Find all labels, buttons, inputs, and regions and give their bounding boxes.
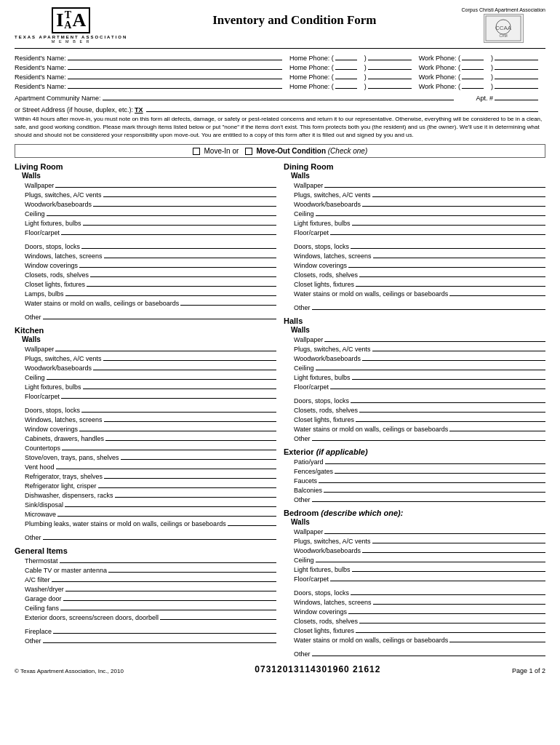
list-item: Doors, stops, locks [25, 405, 276, 414]
list-item: Floor/carpet [25, 228, 276, 236]
list-item: Ceiling [25, 209, 276, 218]
resident-name-1[interactable] [68, 53, 282, 60]
list-item: Sink/disposal [25, 500, 276, 509]
home-phone-area-4[interactable] [335, 81, 357, 89]
list-item: Stove/oven, trays, pans, shelves [25, 453, 276, 461]
list-item: Other [25, 636, 276, 645]
list-item: Plugs, switches, A/C vents [25, 354, 276, 362]
general-items-section: General Items Thermostat Cable TV or mas… [15, 546, 276, 645]
list-item: Light fixtures, bulbs [25, 218, 276, 227]
resident-name-label: Resident's Name: [15, 55, 66, 62]
move-bar: Move-In or Move-Out Condition (Check one… [15, 144, 545, 158]
list-item: Thermostat [25, 556, 276, 565]
list-item: Dishwasher, dispensers, racks [25, 490, 276, 499]
list-item: Window coverings [25, 424, 276, 433]
list-item: Plugs, switches, A/C vents [294, 190, 545, 199]
resident-name-4[interactable] [68, 81, 282, 89]
list-item: Water stains or mold on walls, ceilings … [294, 635, 545, 644]
kitchen-section: Kitchen Walls Wallpaper Plugs, switches,… [15, 326, 276, 541]
list-item: Countertops [25, 443, 276, 452]
list-item: Ceiling [294, 363, 545, 372]
move-in-checkbox[interactable] [193, 148, 200, 155]
home-phone-num-4[interactable] [368, 81, 412, 89]
list-item: Window coverings [294, 607, 545, 615]
home-phone-num-1[interactable] [368, 53, 412, 60]
list-item: Windows, latches, screens [294, 597, 545, 606]
kitchen-title: Kitchen [15, 326, 276, 335]
ccaa-label: Corpus Christi Apartment Association [461, 7, 545, 12]
list-item: Closet lights, fixtures [294, 279, 545, 288]
list-item: Microwave [25, 509, 276, 518]
main-content: Living Room Walls Wallpaper Plugs, switc… [15, 162, 545, 658]
list-item: Closets, rods, shelves [25, 270, 276, 279]
home-phone-area-2[interactable] [335, 63, 357, 70]
list-item: Wallpaper [294, 527, 545, 535]
instructions-text: Within 48 hours after move-in, you must … [15, 116, 542, 138]
list-item: Refrigerator light, crisper [25, 481, 276, 490]
list-item: Plugs, switches, A/C vents [294, 536, 545, 545]
list-item: Fireplace [25, 626, 276, 635]
list-item: Woodwork/baseboards [25, 363, 276, 372]
work-phone-num-1[interactable] [495, 53, 538, 60]
move-in-label: Move-In or [204, 147, 239, 155]
halls-title: Halls [284, 316, 545, 325]
list-item: Windows, latches, screens [25, 415, 276, 423]
list-item: Other [294, 303, 545, 311]
work-phone-area-3[interactable] [462, 72, 484, 79]
resident-name-label-3: Resident's Name: [15, 73, 66, 81]
list-item: Closet lights, fixtures [25, 279, 276, 288]
dining-room-walls-title: Walls [291, 172, 545, 180]
move-out-checkbox[interactable] [245, 148, 252, 155]
list-item: Other [25, 312, 276, 321]
list-item: Light fixtures, bulbs [294, 218, 545, 227]
form-title: Inventory and Condition Form [127, 13, 461, 28]
list-item: Plumbing leaks, water stains or mold on … [25, 519, 276, 527]
work-phone-area-2[interactable] [462, 63, 484, 70]
street-input[interactable] [146, 105, 538, 112]
home-phone-area-3[interactable] [335, 72, 357, 79]
home-phone-num-2[interactable] [368, 63, 412, 70]
list-item: Closet lights, fixtures [294, 415, 545, 423]
living-room-section: Living Room Walls Wallpaper Plugs, switc… [15, 162, 276, 321]
instructions: Within 48 hours after move-in, you must … [15, 115, 545, 140]
home-phone-area-1[interactable] [335, 53, 357, 60]
resident-name-2[interactable] [68, 63, 282, 70]
work-phone-num-3[interactable] [495, 72, 538, 79]
work-phone-area-1[interactable] [462, 53, 484, 60]
list-item: Cable TV or master antenna [25, 565, 276, 574]
general-items-title: General Items [15, 546, 276, 555]
list-item: Washer/dryer [25, 584, 276, 593]
bedroom-walls-title: Walls [291, 518, 545, 526]
work-phone-label-4: Work Phone: ( [419, 83, 460, 90]
svg-text:CAM: CAM [500, 33, 508, 38]
list-item: Woodwork/baseboards [294, 546, 545, 554]
community-name[interactable] [103, 93, 455, 100]
resident-row-1: Resident's Name: Home Phone: ( ) Work Ph… [15, 53, 545, 62]
work-phone-area-4[interactable] [462, 81, 484, 89]
apt-num[interactable] [495, 93, 538, 100]
work-phone-num-4[interactable] [495, 81, 538, 89]
community-apt-row: Apartment Community Name: Apt. # [15, 93, 545, 103]
resident-row-3: Resident's Name: Home Phone: ( ) Work Ph… [15, 72, 545, 81]
home-phone-label-3: Home Phone: ( [289, 73, 334, 81]
list-item: Patio/yard [294, 457, 545, 466]
list-item: Water stains or mold on walls, ceilings … [294, 289, 545, 298]
street-label: or Street Address (if house, duplex, etc… [15, 106, 133, 113]
resident-name-3[interactable] [68, 72, 282, 79]
living-room-walls-title: Walls [22, 172, 276, 180]
list-item: Wallpaper [294, 335, 545, 343]
apt-num-row: Apt. # [476, 93, 545, 102]
right-column: Dining Room Walls Wallpaper Plugs, switc… [284, 162, 545, 658]
list-item: Other [294, 495, 545, 503]
apt-label: Apt. # [476, 95, 493, 102]
home-phone-num-3[interactable] [368, 72, 412, 79]
list-item: Doors, stops, locks [294, 396, 545, 405]
work-phone-num-2[interactable] [495, 63, 538, 70]
list-item: Doors, stops, locks [25, 242, 276, 250]
dining-room-title: Dining Room [284, 162, 545, 171]
bedroom-section: Bedroom (describe which one): Walls Wall… [284, 509, 545, 658]
form-title-container: Inventory and Condition Form [127, 7, 461, 28]
list-item: Exterior doors, screens/screen doors, do… [25, 613, 276, 621]
list-item: Other [294, 649, 545, 658]
resident-name-label-2: Resident's Name: [15, 64, 66, 71]
